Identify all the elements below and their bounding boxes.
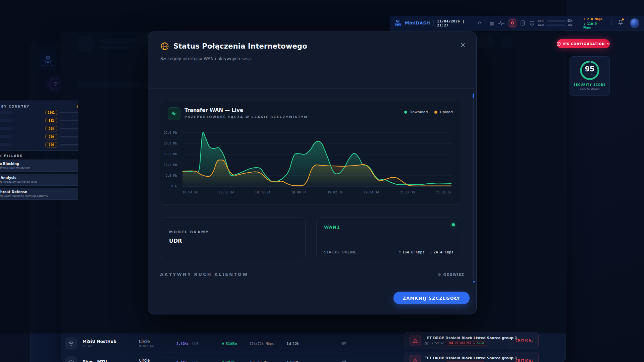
risk-row[interactable]: 208 [0,125,78,133]
score-subtitle: Click for details [580,87,599,90]
gateway-card: MODEL BRAMY UDR [160,218,306,260]
scroll-down-indicator[interactable]: ▼ [473,281,475,284]
risk-row[interactable]: 200 [0,133,78,141]
divider [580,20,580,26]
device-network: M-NET_IoT [139,345,176,348]
refresh-icon[interactable]: ⟳ [478,21,482,25]
device-row[interactable]: Plug - MTV Circle M-NET_IoT 2.4GHz Ch6 4… [62,355,353,362]
device-mac: dc:e5: [83,345,139,348]
chart-x-axis: 18:54:3418:56:3418:58:3419:00:3419:02:34… [182,190,451,194]
alert-row[interactable]: ET DROP Dshield Block Listed Source grou… [405,332,539,349]
country-placeholder [0,127,12,130]
chart-legend: Download Upload [404,110,453,114]
y-tick-label: 0 b [171,184,177,188]
wifi-icon [65,338,77,350]
divider [62,353,353,353]
risk-bar [60,128,78,129]
pillar-desc: Packet inspection active on WAN [0,180,78,183]
protection-pillars-clip: PROTECTION PILLARS Auto Blocking Real-ti… [0,154,78,205]
x-tick-label: 18:54:34 [182,190,198,194]
warning-triangle-icon [410,335,421,346]
x-tick-label: 19:04:34 [364,190,379,194]
wan-status: STATUS: ONLINE [324,250,357,254]
ram-label: RAM [538,24,545,27]
divider [148,88,476,89]
alert-row[interactable]: ET DROP Dshield Block Listed Source grou… [405,352,539,362]
risk-count-badge: 156 [45,142,57,147]
wan-rates: ↑ 2.8 Mbps ↓ 110.9 Kbps [583,17,604,29]
ips-configuration-button[interactable]: IPS CONFIGURATION [557,39,610,48]
notification-dot [622,18,624,20]
risk-bar [60,136,78,137]
chart-title: Transfer WAN — Live [184,107,308,113]
avatar[interactable] [630,18,639,28]
eye-off-icon[interactable] [341,359,346,362]
active-clients-title: AKTYWNY RUCH KLIENTOW [160,272,248,277]
risk-row[interactable]: 532 [0,117,78,125]
score-ring: 95 SCORE [579,60,600,81]
threat-ring-icon[interactable]: O [509,19,516,27]
refresh-button[interactable]: ⟳ ODSWIEZ [438,273,464,277]
alert-title: ET DROP Dshield Block Listed Source grou… [427,356,517,360]
pillar-desc: Real-time attack mitigation [0,166,78,169]
eye-off-icon[interactable] [341,341,346,347]
risk-bar [60,120,78,121]
device-name: MiSiU NestHub [83,339,139,344]
logs-icon[interactable] [521,20,525,25]
arrow: → [473,342,475,345]
pillar-item[interactable]: Auto Blocking Real-time attack mitigatio… [0,160,78,172]
divider [148,284,476,284]
y-tick-label: 5.0 Mb [166,174,177,177]
x-tick-label: 19:02:34 [327,190,343,194]
pillar-name: DPI Analysis [0,176,78,180]
country-placeholder [0,119,12,122]
score-value: 95 [585,66,594,73]
device-row[interactable]: MiSiU NestHub dc:e5: Circle M-NET_IoT 2.… [62,336,353,351]
scrollbar-thumb[interactable] [473,94,474,98]
device-channel: Ch6 [192,342,198,346]
activity-icon[interactable] [498,21,504,25]
modal-scrollbar[interactable] [473,93,474,279]
system-stats: CPU 63% RAM 74% [538,19,572,27]
risk-count-badge: 208 [45,126,57,131]
close-icon[interactable]: ✕ [460,41,466,49]
dashboard-grid-icon[interactable]: ▦ [490,21,494,25]
datetime: 11/04/2026 | 21:27 [437,19,475,27]
legend-download[interactable]: Download [404,110,428,114]
gateway-value: UDR [169,238,297,244]
cpu-bar [547,20,566,22]
y-tick-label: 15.0 Mb [164,152,177,156]
globe-icon[interactable] [529,20,535,26]
modal-title: Status Połączenia Internetowego [173,42,307,50]
close-details-button[interactable]: ZAMKNIJ SZCZEGÓŁY [393,292,470,304]
legend-upload[interactable]: Upload [434,110,453,114]
security-score-card[interactable]: 95 SCORE SECURITY SCORE Click for detail… [570,56,610,96]
country-placeholder [0,111,12,114]
score-title: SECURITY SCORE [574,83,606,86]
activity-icon [168,107,180,120]
notifications-bell-icon[interactable] [618,19,623,26]
ram-bar [547,24,566,26]
cpu-value: 63% [568,19,572,22]
device-signal: 42dBm [226,360,237,362]
risk-count-badge: 532 [45,118,57,123]
ips-button-label: IPS CONFIGURATION [562,42,605,46]
device-group: Circle [139,339,176,344]
download-rate: ↓ 110.9 Kbps [583,22,604,29]
ram-value: 74% [568,24,572,27]
device-speed: 72k/72k Mbps [250,342,286,346]
pillar-item[interactable]: DPI Analysis Packet inspection active on… [0,174,78,186]
shield-icon [557,42,560,46]
risk-bar [60,144,78,145]
pillar-item[interactable]: AI Threat Defense Coming soon: machine l… [0,188,78,200]
alert-time: 17:50:52 [430,342,444,345]
topbar: MiniDASH 11/04/2026 | 21:27 ⟳ ▦ O CPU 63… [390,16,644,31]
device-uptime: 1d 22h [286,342,319,346]
chevron-down-icon [607,43,610,45]
risk-bar [60,112,78,113]
upload-arrow-icon: ↥ [430,250,432,254]
modal-subtitle: Szczegóły interfejsu WAN i aktywnych ses… [160,56,251,61]
risk-row[interactable]: 1301 [0,109,78,117]
risk-row[interactable]: 156 [0,141,78,149]
wan-card: WAN1 STATUS: ONLINE ↧164.8 Kbps ↥24.4 Kb… [316,218,461,260]
